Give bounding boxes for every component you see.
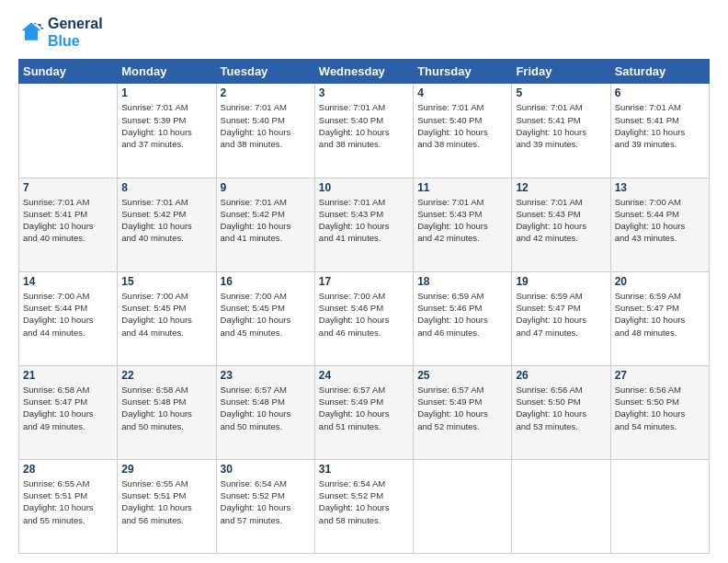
column-header-friday: Friday	[512, 60, 610, 84]
column-header-sunday: Sunday	[19, 60, 118, 84]
calendar-cell: 25Sunrise: 6:57 AM Sunset: 5:49 PM Dayli…	[414, 365, 512, 459]
logo-icon	[18, 19, 44, 45]
column-header-wednesday: Wednesday	[314, 60, 413, 84]
day-number: 4	[417, 86, 507, 99]
day-number: 17	[319, 275, 409, 288]
calendar-cell: 7Sunrise: 7:01 AM Sunset: 5:41 PM Daylig…	[19, 178, 118, 271]
calendar-cell: 8Sunrise: 7:01 AM Sunset: 5:42 PM Daylig…	[118, 178, 216, 271]
day-number: 9	[221, 181, 311, 194]
day-info: Sunrise: 7:01 AM Sunset: 5:41 PM Dayligh…	[615, 101, 705, 150]
day-number: 31	[319, 463, 409, 476]
week-row-3: 14Sunrise: 7:00 AM Sunset: 5:44 PM Dayli…	[19, 271, 710, 365]
calendar-cell	[610, 459, 709, 553]
page: General Blue SundayMondayTuesdayWednesda…	[0, 0, 728, 563]
logo-text: General Blue	[48, 15, 103, 50]
day-info: Sunrise: 7:01 AM Sunset: 5:41 PM Dayligh…	[23, 196, 113, 245]
day-info: Sunrise: 6:56 AM Sunset: 5:50 PM Dayligh…	[615, 384, 705, 432]
calendar-cell: 30Sunrise: 6:54 AM Sunset: 5:52 PM Dayli…	[216, 459, 314, 553]
day-info: Sunrise: 6:55 AM Sunset: 5:51 PM Dayligh…	[23, 477, 113, 526]
day-info: Sunrise: 7:01 AM Sunset: 5:41 PM Dayligh…	[516, 101, 606, 150]
calendar-cell: 13Sunrise: 7:00 AM Sunset: 5:44 PM Dayli…	[610, 178, 709, 271]
day-number: 28	[23, 463, 113, 476]
calendar-cell: 27Sunrise: 6:56 AM Sunset: 5:50 PM Dayli…	[610, 365, 709, 459]
day-number: 10	[319, 181, 409, 194]
day-number: 5	[516, 86, 606, 99]
calendar-cell: 26Sunrise: 6:56 AM Sunset: 5:50 PM Dayli…	[512, 365, 610, 459]
day-number: 16	[221, 275, 311, 288]
day-number: 15	[121, 275, 211, 288]
day-number: 1	[121, 86, 211, 99]
header-row: SundayMondayTuesdayWednesdayThursdayFrid…	[19, 60, 710, 84]
day-info: Sunrise: 7:01 AM Sunset: 5:40 PM Dayligh…	[319, 101, 409, 150]
calendar-cell: 24Sunrise: 6:57 AM Sunset: 5:49 PM Dayli…	[314, 365, 413, 459]
calendar-cell	[512, 459, 610, 553]
day-info: Sunrise: 7:01 AM Sunset: 5:43 PM Dayligh…	[319, 196, 409, 245]
day-info: Sunrise: 7:01 AM Sunset: 5:43 PM Dayligh…	[516, 196, 606, 245]
day-number: 25	[417, 369, 507, 382]
day-info: Sunrise: 7:00 AM Sunset: 5:45 PM Dayligh…	[121, 290, 211, 339]
day-info: Sunrise: 6:54 AM Sunset: 5:52 PM Dayligh…	[319, 477, 409, 526]
day-info: Sunrise: 6:57 AM Sunset: 5:48 PM Dayligh…	[221, 384, 311, 432]
header: General Blue	[18, 15, 710, 50]
calendar-table: SundayMondayTuesdayWednesdayThursdayFrid…	[18, 59, 710, 554]
calendar-cell: 11Sunrise: 7:01 AM Sunset: 5:43 PM Dayli…	[414, 178, 512, 271]
day-number: 3	[319, 86, 409, 99]
day-number: 12	[516, 181, 606, 194]
day-number: 30	[221, 463, 311, 476]
day-info: Sunrise: 6:56 AM Sunset: 5:50 PM Dayligh…	[516, 384, 606, 432]
day-number: 11	[417, 181, 507, 194]
day-info: Sunrise: 7:01 AM Sunset: 5:40 PM Dayligh…	[417, 101, 507, 150]
calendar-cell: 17Sunrise: 7:00 AM Sunset: 5:46 PM Dayli…	[314, 271, 413, 365]
day-number: 7	[23, 181, 113, 194]
day-number: 23	[221, 369, 311, 382]
day-info: Sunrise: 6:54 AM Sunset: 5:52 PM Dayligh…	[221, 477, 311, 526]
week-row-1: 1Sunrise: 7:01 AM Sunset: 5:39 PM Daylig…	[19, 84, 710, 178]
day-number: 20	[615, 275, 705, 288]
day-info: Sunrise: 7:00 AM Sunset: 5:46 PM Dayligh…	[319, 290, 409, 339]
calendar-cell	[414, 459, 512, 553]
day-info: Sunrise: 7:00 AM Sunset: 5:45 PM Dayligh…	[221, 290, 311, 339]
day-number: 2	[221, 86, 311, 99]
calendar-cell: 2Sunrise: 7:01 AM Sunset: 5:40 PM Daylig…	[216, 84, 314, 178]
day-info: Sunrise: 6:55 AM Sunset: 5:51 PM Dayligh…	[121, 477, 211, 526]
calendar-cell: 19Sunrise: 6:59 AM Sunset: 5:47 PM Dayli…	[512, 271, 610, 365]
week-row-2: 7Sunrise: 7:01 AM Sunset: 5:41 PM Daylig…	[19, 178, 710, 271]
calendar-cell: 22Sunrise: 6:58 AM Sunset: 5:48 PM Dayli…	[118, 365, 216, 459]
day-info: Sunrise: 6:58 AM Sunset: 5:47 PM Dayligh…	[23, 384, 113, 432]
day-number: 8	[121, 181, 211, 194]
day-info: Sunrise: 7:01 AM Sunset: 5:42 PM Dayligh…	[121, 196, 211, 245]
calendar-cell: 9Sunrise: 7:01 AM Sunset: 5:42 PM Daylig…	[216, 178, 314, 271]
day-info: Sunrise: 6:57 AM Sunset: 5:49 PM Dayligh…	[319, 384, 409, 432]
column-header-tuesday: Tuesday	[216, 60, 314, 84]
calendar-cell: 20Sunrise: 6:59 AM Sunset: 5:47 PM Dayli…	[610, 271, 709, 365]
svg-marker-0	[22, 23, 41, 40]
week-row-5: 28Sunrise: 6:55 AM Sunset: 5:51 PM Dayli…	[19, 459, 710, 553]
column-header-monday: Monday	[118, 60, 216, 84]
calendar-cell: 18Sunrise: 6:59 AM Sunset: 5:46 PM Dayli…	[414, 271, 512, 365]
week-row-4: 21Sunrise: 6:58 AM Sunset: 5:47 PM Dayli…	[19, 365, 710, 459]
day-number: 22	[121, 369, 211, 382]
column-header-saturday: Saturday	[610, 60, 709, 84]
day-info: Sunrise: 6:59 AM Sunset: 5:46 PM Dayligh…	[417, 290, 507, 339]
day-info: Sunrise: 7:01 AM Sunset: 5:43 PM Dayligh…	[417, 196, 507, 245]
day-info: Sunrise: 7:01 AM Sunset: 5:40 PM Dayligh…	[221, 101, 311, 150]
day-number: 21	[23, 369, 113, 382]
calendar-cell: 29Sunrise: 6:55 AM Sunset: 5:51 PM Dayli…	[118, 459, 216, 553]
calendar-cell: 5Sunrise: 7:01 AM Sunset: 5:41 PM Daylig…	[512, 84, 610, 178]
calendar-cell: 1Sunrise: 7:01 AM Sunset: 5:39 PM Daylig…	[118, 84, 216, 178]
day-number: 26	[516, 369, 606, 382]
logo: General Blue	[18, 15, 103, 50]
day-info: Sunrise: 7:01 AM Sunset: 5:39 PM Dayligh…	[121, 101, 211, 150]
day-number: 24	[319, 369, 409, 382]
day-number: 13	[615, 181, 705, 194]
column-header-thursday: Thursday	[414, 60, 512, 84]
calendar-cell	[19, 84, 118, 178]
day-info: Sunrise: 6:58 AM Sunset: 5:48 PM Dayligh…	[121, 384, 211, 432]
calendar-cell: 3Sunrise: 7:01 AM Sunset: 5:40 PM Daylig…	[314, 84, 413, 178]
calendar-cell: 12Sunrise: 7:01 AM Sunset: 5:43 PM Dayli…	[512, 178, 610, 271]
day-info: Sunrise: 7:00 AM Sunset: 5:44 PM Dayligh…	[23, 290, 113, 339]
calendar-cell: 14Sunrise: 7:00 AM Sunset: 5:44 PM Dayli…	[19, 271, 118, 365]
calendar-cell: 10Sunrise: 7:01 AM Sunset: 5:43 PM Dayli…	[314, 178, 413, 271]
calendar-cell: 15Sunrise: 7:00 AM Sunset: 5:45 PM Dayli…	[118, 271, 216, 365]
calendar-cell: 4Sunrise: 7:01 AM Sunset: 5:40 PM Daylig…	[414, 84, 512, 178]
